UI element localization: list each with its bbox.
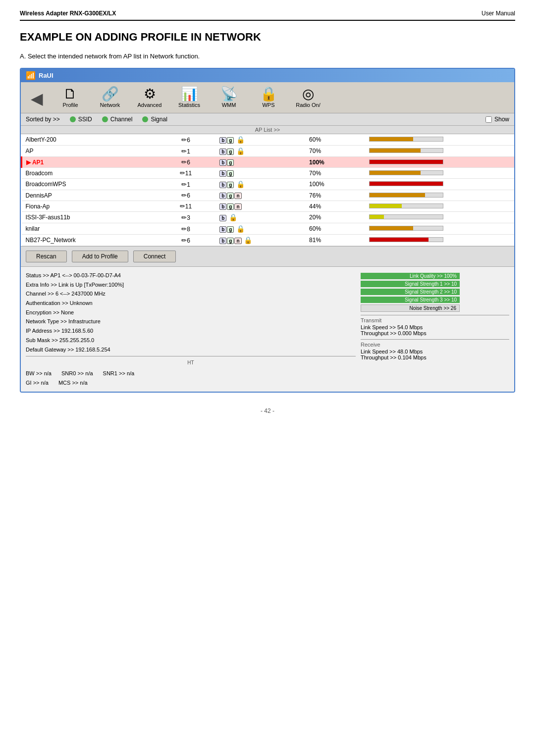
link-quality-row: Link Quality >> 100% [361,273,509,279]
ht-title: HT [26,358,356,367]
radio-label: Radio On/ [296,102,321,108]
network-name: ▶ AP1 [22,157,156,168]
back-button[interactable]: ◀ [26,87,48,110]
snr0-value: SNR0 >> n/a [61,369,93,378]
network-channel: ✏6 [156,157,216,168]
network-name: NB27-PC_Network [22,235,156,246]
sub-mask: Sub Mask >> 255.255.255.0 [26,336,356,345]
tx-throughput: Throughput >> 0.000 Mbps [361,330,509,336]
status-line: Status >> AP1 <--> 00-03-7F-00-D7-A4 [26,271,356,280]
transmit-section: Transmit Link Speed >> 54.0 Mbps Through… [361,315,509,336]
signal3-label: Signal Strength 3 >> 10 [361,297,460,303]
receive-label: Receive [361,342,509,348]
network-signal: 100% [305,179,365,190]
table-row[interactable]: BroadcomWPS✏1bg 🔒100% [22,179,515,190]
signal1-row: Signal Strength 1 >> 10 [361,281,509,287]
network-channel: ✏1 [156,146,216,157]
network-channel: ✏3 [156,212,216,223]
raui-title: RaUI [39,72,54,79]
profile-label: Profile [62,102,78,108]
rx-throughput: Throughput >> 0.104 Mbps [361,354,509,360]
channel-sort[interactable]: Channel [102,116,133,123]
page-footer: - 42 - [20,407,515,414]
network-name: Broadcom [22,168,156,179]
network-signal-bar [365,212,514,223]
noise-label: Noise Strength >> 26 [361,304,460,312]
network-channel: ✏1 [156,179,216,190]
signal3-row: Signal Strength 3 >> 10 [361,297,509,303]
toolbar-wmm[interactable]: 📡 WMM [212,85,246,110]
toolbar-wps[interactable]: 🔒 WPS [251,85,286,110]
link-quality-label: Link Quality >> 100% [361,273,460,279]
ht-row-1: BW >> n/a SNR0 >> n/a SNR1 >> n/a [26,369,356,378]
network-modes: bg 🔒 [215,223,305,235]
network-type: Network Type >> Infrastructure [26,317,356,326]
receive-section: Receive Link Speed >> 48.0 Mbps Throughp… [361,339,509,360]
quality-rows: Link Quality >> 100% Signal Strength 1 >… [361,273,509,312]
network-modes: bgn [215,190,305,201]
statistics-icon: 📊 [181,87,198,101]
toolbar-radio[interactable]: ◎ Radio On/ [291,85,325,110]
table-row[interactable]: ▶ AP1✏6bg100% [22,157,515,168]
raui-window: 📶 RaUI ◀ 🗋 Profile 🔗 Network ⚙ Advanced … [20,68,515,393]
table-row[interactable]: ISSI-3F-asus11b✏3b 🔒20% [22,212,515,223]
table-row[interactable]: Fiona-Ap✏11bgn44% [22,201,515,212]
model-text: RNX-G300EX/LX [70,10,116,17]
wps-icon: 🔒 [260,87,277,101]
table-row[interactable]: AP✏1bg 🔒70% [22,146,515,157]
network-name: ISSI-3F-asus11b [22,212,156,223]
wmm-icon: 📡 [220,87,238,101]
signal-sort[interactable]: Signal [142,116,167,123]
network-modes: bg [215,168,305,179]
channel-dot [102,116,108,122]
toolbar-profile[interactable]: 🗋 Profile [53,85,88,110]
show-checkbox[interactable] [485,116,492,123]
page-number: - 42 - [261,407,274,414]
table-row[interactable]: DennisAP✏6bgn76% [22,190,515,201]
network-signal-bar [365,134,514,146]
table-row[interactable]: NB27-PC_Network✏6bgn 🔒81% [22,235,515,246]
rescan-button[interactable]: Rescan [26,251,67,262]
network-modes: bg 🔒 [215,134,305,146]
status-area: Status >> AP1 <--> 00-03-7F-00-D7-A4 Ext… [21,267,514,392]
manual-label: User Manual [482,10,515,17]
network-modes: b 🔒 [215,212,305,223]
toolbar-statistics[interactable]: 📊 Statistics [172,85,207,110]
network-name: BroadcomWPS [22,179,156,190]
network-signal: 60% [305,134,365,146]
network-signal: 44% [305,201,365,212]
network-modes: bg 🔒 [215,146,305,157]
add-to-profile-button[interactable]: Add to Profile [72,251,128,262]
gateway: Default Gateway >> 192.168.5.254 [26,345,356,354]
show-check[interactable]: Show [485,116,509,123]
transmit-label: Transmit [361,317,509,323]
table-row[interactable]: AlbertY-200✏6bg 🔒60% [22,134,515,146]
wps-label: WPS [262,102,274,108]
table-row[interactable]: Broadcom✏11bg70% [22,168,515,179]
bw-value: BW >> n/a [26,369,52,378]
page-title: EXAMPLE ON ADDING PROFILE IN NETWORK [20,31,515,44]
network-label: Network [100,102,120,108]
noise-row: Noise Strength >> 26 [361,304,509,312]
connect-button[interactable]: Connect [133,251,176,262]
network-signal: 20% [305,212,365,223]
network-signal-bar [365,168,514,179]
network-signal-bar [365,190,514,201]
ssid-sort[interactable]: SSID [70,116,92,123]
mcs-value: MCS >> n/a [58,378,88,388]
network-channel: ✏6 [156,235,216,246]
signal2-label: Signal Strength 2 >> 10 [361,289,460,295]
network-name: knilar [22,223,156,235]
ht-section: HT BW >> n/a SNR0 >> n/a SNR1 >> n/a GI … [26,356,356,387]
toolbar-advanced[interactable]: ⚙ Advanced [132,85,167,110]
table-row[interactable]: knilar✏8bg 🔒60% [22,223,515,235]
toolbar-network[interactable]: 🔗 Network [93,85,127,110]
network-channel: ✏6 [156,190,216,201]
rx-link-speed: Link Speed >> 48.0 Mbps [361,349,509,354]
network-signal: 100% [305,157,365,168]
ssid-dot [70,116,76,122]
radio-icon: ◎ [302,87,314,101]
network-modes: bgn [215,201,305,212]
network-signal-bar [365,201,514,212]
ap-table: AlbertY-200✏6bg 🔒60%AP✏1bg 🔒70%▶ AP1✏6bg… [21,134,514,246]
